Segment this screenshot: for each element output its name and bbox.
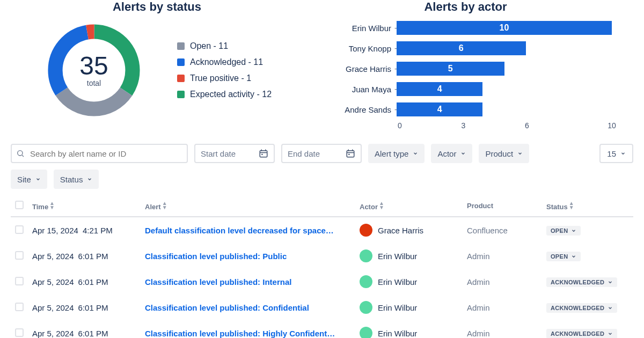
bar-row: Tony Knopp-6: [319, 40, 612, 57]
bar-category-label: Grace Harris: [319, 64, 394, 74]
product-filter[interactable]: Product: [479, 144, 529, 163]
alerts-table: Time▲▼ Alert▲▼ Actor▲▼ Product Status▲▼ …: [11, 195, 633, 338]
actor-name: Grace Harris: [378, 226, 423, 235]
calendar-icon: [346, 149, 355, 158]
legend-item: Acknowledged - 11: [177, 57, 272, 67]
avatar: [360, 327, 372, 338]
status-badge[interactable]: ACKNOWLEDGED: [546, 329, 617, 339]
svg-rect-11: [347, 151, 354, 157]
time-cell: Apr 5, 20246:01 PM: [28, 269, 141, 295]
legend-label: Open - 11: [190, 41, 228, 51]
col-time[interactable]: Time▲▼: [28, 195, 141, 217]
axis-tick: 3: [462, 121, 466, 130]
legend-item: True positive - 1: [177, 74, 272, 83]
search-input-wrap: [11, 144, 188, 163]
search-input[interactable]: [11, 144, 188, 163]
chevron-down-icon: [608, 331, 613, 336]
donut-legend: Open - 11Acknowledged - 11True positive …: [177, 41, 272, 99]
col-status-label: Status: [546, 203, 568, 211]
row-checkbox[interactable]: [15, 303, 24, 311]
end-date-label: End date: [288, 149, 320, 158]
row-checkbox[interactable]: [15, 328, 24, 337]
status-badge[interactable]: ACKNOWLEDGED: [546, 303, 617, 313]
status-badge[interactable]: ACKNOWLEDGED: [546, 277, 617, 287]
avatar: [360, 224, 372, 237]
legend-label: Expected activity - 12: [190, 90, 272, 99]
chevron-down-icon: [608, 280, 613, 285]
table-row: Apr 5, 20246:01 PM Classification level …: [11, 269, 633, 295]
svg-rect-8: [261, 154, 262, 155]
status-text: ACKNOWLEDGED: [551, 279, 604, 285]
actor-name: Erin Wilbur: [378, 277, 417, 286]
product-cell: Admin: [463, 243, 542, 269]
alert-link[interactable]: Classification level published: Confiden…: [145, 303, 338, 312]
chevron-down-icon: [620, 151, 626, 156]
status-badge[interactable]: OPEN: [546, 252, 581, 261]
status-filter[interactable]: Status: [54, 170, 99, 189]
col-alert[interactable]: Alert▲▼: [141, 195, 355, 217]
bar-row: Andre Sands-4: [319, 101, 612, 118]
alerts-by-status-panel: Alerts by status 35 total Open - 11Ackno…: [11, 0, 303, 134]
actor-cell: Erin Wilbur: [360, 301, 458, 314]
filter-bar: Start date End date Alert type Actor Pro…: [11, 144, 633, 163]
axis-tick: 6: [525, 121, 529, 130]
avatar: [360, 249, 372, 262]
alerts-by-actor-panel: Alerts by actor Erin Wilbur-10Tony Knopp…: [319, 0, 633, 134]
actor-cell: Erin Wilbur: [360, 249, 458, 262]
alert-link[interactable]: Classification level published: Internal: [145, 277, 338, 286]
bar: 4: [397, 82, 482, 96]
bar-row: Grace Harris-5: [319, 60, 612, 77]
start-date-input[interactable]: Start date: [194, 144, 275, 163]
table-row: Apr 5, 20246:01 PM Classification level …: [11, 320, 633, 338]
table-row: Apr 5, 20246:01 PM Classification level …: [11, 243, 633, 269]
bar-title: Alerts by actor: [319, 0, 612, 14]
legend-item: Open - 11: [177, 41, 272, 51]
end-date-input[interactable]: End date: [281, 144, 362, 163]
start-date-label: Start date: [201, 149, 236, 158]
alert-link[interactable]: Classification level published: Highly C…: [145, 329, 338, 338]
col-actor[interactable]: Actor▲▼: [355, 195, 463, 217]
alert-link[interactable]: Classification level published: Public: [145, 252, 338, 261]
select-all-checkbox[interactable]: [15, 201, 24, 209]
bar: 6: [397, 41, 526, 55]
svg-rect-6: [260, 151, 267, 157]
chevron-down-icon: [608, 305, 613, 311]
col-status[interactable]: Status▲▼: [542, 195, 633, 217]
row-checkbox[interactable]: [15, 251, 24, 260]
bar: 5: [397, 62, 504, 76]
status-badge[interactable]: OPEN: [546, 226, 581, 236]
sort-icon: ▲▼: [49, 201, 55, 210]
alert-type-filter[interactable]: Alert type: [368, 144, 425, 163]
bar-axis: 03610: [400, 121, 612, 134]
product-cell: Admin: [463, 320, 542, 338]
row-checkbox[interactable]: [15, 277, 24, 285]
product-cell: Admin: [463, 269, 542, 295]
actor-filter-label: Actor: [437, 149, 456, 158]
donut-total: 35: [79, 53, 108, 79]
actor-cell: Erin Wilbur: [360, 327, 458, 338]
table-row: Apr 5, 20246:01 PM Classification level …: [11, 295, 633, 320]
alert-link[interactable]: Default classification level decreased f…: [145, 226, 338, 235]
product-cell: Confluence: [463, 217, 542, 243]
actor-filter[interactable]: Actor: [431, 144, 472, 163]
bar-category-label: Tony Knopp: [319, 44, 394, 53]
row-checkbox[interactable]: [15, 225, 24, 234]
avatar: [360, 275, 372, 288]
avatar: [360, 301, 372, 314]
page-size-select[interactable]: 15: [599, 144, 633, 163]
bar-row: Erin Wilbur-10: [319, 19, 612, 36]
svg-point-4: [18, 151, 23, 156]
status-text: OPEN: [551, 227, 568, 234]
search-icon: [16, 149, 25, 158]
actor-name: Erin Wilbur: [378, 252, 417, 261]
col-product: Product: [463, 195, 542, 217]
bar-row: Juan Maya-4: [319, 80, 612, 98]
alert-type-label: Alert type: [375, 149, 408, 158]
status-text: OPEN: [551, 253, 568, 260]
page-size-label: 15: [607, 149, 616, 158]
site-filter[interactable]: Site: [11, 170, 47, 189]
actor-name: Erin Wilbur: [378, 303, 417, 312]
svg-line-5: [22, 155, 24, 157]
chevron-down-icon: [460, 151, 466, 156]
chevron-down-icon: [413, 151, 418, 156]
